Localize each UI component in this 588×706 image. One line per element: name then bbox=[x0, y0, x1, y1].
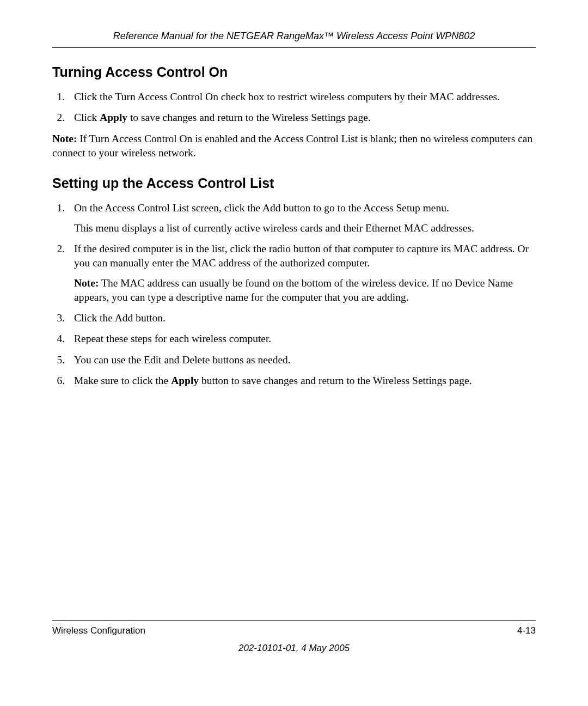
footer-rule bbox=[52, 620, 536, 621]
list-item: Repeat these steps for each wireless com… bbox=[68, 332, 536, 346]
footer-page-number: 4-13 bbox=[517, 625, 536, 636]
list-item: Click the Turn Access Control On check b… bbox=[68, 90, 536, 104]
list-item: Click the Add button. bbox=[68, 311, 536, 325]
document-page: Reference Manual for the NETGEAR RangeMa… bbox=[0, 0, 588, 706]
list-item: On the Access Control List screen, click… bbox=[68, 201, 536, 235]
footer-doc-meta: 202-10101-01, 4 May 2005 bbox=[52, 643, 536, 654]
footer-row: Wireless Configuration 4-13 bbox=[52, 625, 536, 636]
list-item: Click Apply to save changes and return t… bbox=[68, 111, 536, 125]
section-heading-2: Setting up the Access Control List bbox=[52, 175, 536, 191]
section1-note: Note: If Turn Access Control On is enabl… bbox=[52, 132, 536, 161]
running-header: Reference Manual for the NETGEAR RangeMa… bbox=[52, 31, 536, 45]
header-rule bbox=[52, 47, 536, 48]
list-item: Make sure to click the Apply button to s… bbox=[68, 374, 536, 388]
list-item: If the desired computer is in the list, … bbox=[68, 242, 536, 305]
section1-list: Click the Turn Access Control On check b… bbox=[52, 90, 536, 125]
list-item: You can use the Edit and Delete buttons … bbox=[68, 353, 536, 367]
section2-list: On the Access Control List screen, click… bbox=[52, 201, 536, 388]
section-heading-1: Turning Access Control On bbox=[52, 64, 536, 80]
footer-chapter-title: Wireless Configuration bbox=[52, 625, 145, 636]
footer: Wireless Configuration 4-13 202-10101-01… bbox=[52, 620, 536, 654]
